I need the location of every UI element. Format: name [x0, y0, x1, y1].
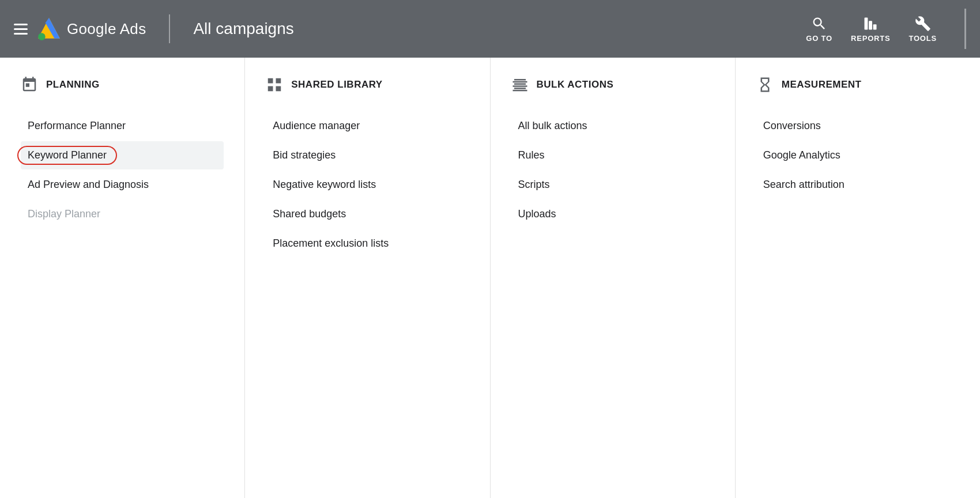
- logo-text: Google Ads: [67, 20, 146, 38]
- bulk-actions-title: BULK ACTIONS: [537, 79, 614, 90]
- hourglass-icon: [756, 76, 774, 93]
- all-bulk-actions-item[interactable]: All bulk actions: [511, 112, 714, 140]
- svg-rect-4: [869, 21, 872, 29]
- keyword-planner-item[interactable]: Keyword Planner: [21, 141, 224, 169]
- goto-label: GO TO: [806, 34, 832, 43]
- shared-library-title: SHARED LIBRARY: [291, 79, 382, 90]
- audience-manager-item[interactable]: Audience manager: [266, 112, 469, 140]
- measurement-column: MEASUREMENT Conversions Google Analytics…: [736, 58, 980, 498]
- menu-panel: PLANNING Performance Planner Keyword Pla…: [0, 58, 980, 498]
- app-header: Google Ads All campaigns GO TO REPORTS: [0, 0, 980, 58]
- scripts-item[interactable]: Scripts: [511, 171, 714, 199]
- page-title: All campaigns: [193, 20, 293, 38]
- header-right-border: [964, 9, 966, 49]
- goto-button[interactable]: GO TO: [806, 16, 832, 43]
- svg-point-2: [38, 33, 46, 40]
- planning-title: PLANNING: [46, 79, 100, 90]
- hamburger-menu[interactable]: [14, 24, 28, 35]
- tools-icon: [915, 16, 931, 32]
- conversions-item[interactable]: Conversions: [756, 112, 959, 140]
- header-left: Google Ads All campaigns: [14, 14, 294, 43]
- shared-budgets-item[interactable]: Shared budgets: [266, 200, 469, 228]
- performance-planner-item[interactable]: Performance Planner: [21, 112, 224, 140]
- google-ads-logo: Google Ads: [37, 17, 146, 41]
- shared-library-column: SHARED LIBRARY Audience manager Bid stra…: [245, 58, 490, 498]
- placement-exclusion-lists-item[interactable]: Placement exclusion lists: [266, 229, 469, 258]
- tools-button[interactable]: TOOLS: [909, 16, 937, 43]
- calendar-icon: [21, 76, 38, 93]
- header-right: GO TO REPORTS TOOLS: [806, 9, 966, 49]
- svg-rect-5: [873, 24, 877, 29]
- search-icon: [811, 16, 827, 32]
- reports-button[interactable]: REPORTS: [851, 16, 890, 43]
- google-analytics-item[interactable]: Google Analytics: [756, 141, 959, 169]
- shared-library-header: SHARED LIBRARY: [266, 76, 469, 93]
- rules-item[interactable]: Rules: [511, 141, 714, 169]
- header-divider: [169, 14, 170, 43]
- grid-icon: [266, 76, 283, 93]
- keyword-planner-label: Keyword Planner: [28, 149, 107, 161]
- reports-label: REPORTS: [851, 34, 890, 43]
- reports-icon: [862, 16, 879, 32]
- negative-keyword-lists-item[interactable]: Negative keyword lists: [266, 171, 469, 199]
- planning-column: PLANNING Performance Planner Keyword Pla…: [0, 58, 245, 498]
- bid-strategies-item[interactable]: Bid strategies: [266, 141, 469, 169]
- svg-rect-3: [865, 17, 868, 29]
- ad-preview-item[interactable]: Ad Preview and Diagnosis: [21, 171, 224, 199]
- measurement-header: MEASUREMENT: [756, 76, 959, 93]
- measurement-title: MEASUREMENT: [782, 79, 862, 90]
- bulk-actions-header: BULK ACTIONS: [511, 76, 714, 93]
- uploads-item[interactable]: Uploads: [511, 200, 714, 228]
- google-ads-logo-icon: [37, 17, 61, 41]
- search-attribution-item[interactable]: Search attribution: [756, 171, 959, 199]
- display-planner-item[interactable]: Display Planner: [21, 200, 224, 228]
- layers-icon: [511, 76, 529, 93]
- bulk-actions-column: BULK ACTIONS All bulk actions Rules Scri…: [491, 58, 736, 498]
- tools-label: TOOLS: [909, 34, 937, 43]
- planning-header: PLANNING: [21, 76, 224, 93]
